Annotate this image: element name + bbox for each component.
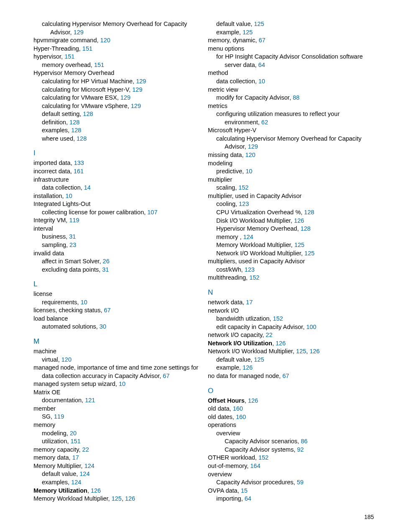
page-link[interactable]: 62 (261, 119, 268, 126)
page-link[interactable]: 133 (74, 159, 84, 166)
page-link[interactable]: 128 (77, 135, 87, 142)
page-link[interactable]: 124 (243, 234, 253, 240)
index-entry-text: example, (216, 364, 241, 371)
page-link[interactable]: 129 (248, 143, 258, 150)
page-link[interactable]: 128 (304, 209, 314, 216)
page-link[interactable]: 152 (273, 315, 283, 322)
page-link[interactable]: 20 (70, 430, 77, 437)
index-entry: default value, 124 (33, 470, 200, 478)
page-link[interactable]: 124 (84, 463, 95, 469)
page-link[interactable]: 10 (66, 193, 72, 199)
page-link[interactable]: 123 (239, 200, 249, 207)
page-link[interactable]: 160 (236, 414, 246, 420)
index-entry-text: data collection, (216, 78, 257, 85)
page-link[interactable]: 31 (102, 266, 109, 273)
page-link[interactable]: 67 (258, 37, 265, 44)
page-link[interactable]: 30 (100, 323, 106, 330)
page-link[interactable]: 125 (112, 495, 122, 502)
page-link[interactable]: 126 (294, 217, 304, 224)
index-entry: Disk I/O Workload Multiplier, 126 (208, 217, 374, 225)
page-link[interactable]: 119 (54, 413, 64, 420)
page-link[interactable]: 152 (249, 274, 259, 281)
index-entry: predictive, 10 (208, 167, 374, 176)
page-link[interactable]: 125 (294, 242, 304, 248)
page-link[interactable]: 151 (64, 53, 74, 60)
page-link[interactable]: 88 (293, 94, 299, 101)
page-link[interactable]: 123 (245, 266, 255, 273)
page-link[interactable]: 64 (258, 62, 265, 68)
page-link[interactable]: 126 (248, 397, 258, 404)
page-link[interactable]: 119 (69, 217, 79, 224)
page-link[interactable]: 126 (276, 340, 286, 347)
page-link[interactable]: 64 (245, 495, 251, 502)
index-entry-text: bandwidth utlization, (216, 315, 271, 322)
index-entry: where used, 128 (33, 135, 200, 143)
page-link[interactable]: 22 (82, 446, 89, 453)
page-link[interactable]: 10 (119, 380, 125, 387)
page-link[interactable]: 14 (84, 184, 91, 191)
page-link[interactable]: 92 (297, 446, 304, 453)
page-link[interactable]: 126 (243, 364, 253, 371)
index-entry: configuring utilization measures to refl… (208, 110, 374, 126)
index-entry: memory , 124 (208, 233, 374, 242)
page-link[interactable]: 126 (91, 487, 101, 494)
page-link[interactable]: 160 (233, 405, 243, 412)
index-entry-text: documentation, (42, 397, 83, 403)
page-link[interactable]: 23 (69, 242, 76, 248)
page-link[interactable]: 22 (266, 332, 272, 338)
page-link[interactable]: 120 (245, 152, 255, 158)
page-link[interactable]: 31 (69, 233, 76, 240)
page-link[interactable]: 151 (71, 438, 81, 445)
page-link[interactable]: 26 (103, 258, 110, 265)
page-link[interactable]: 129 (131, 103, 141, 109)
page-link[interactable]: 120 (61, 356, 72, 363)
page-link[interactable]: 151 (82, 45, 92, 52)
page-link[interactable]: 129 (74, 29, 84, 36)
page-link[interactable]: 128 (71, 127, 81, 134)
page-link[interactable]: 125 (304, 250, 315, 257)
page-link[interactable]: 129 (120, 94, 130, 101)
page-link[interactable]: 151 (94, 62, 104, 68)
page-link[interactable]: 10 (246, 168, 252, 175)
page-link[interactable]: 164 (250, 463, 260, 469)
index-entry: collecting license for power calibration… (33, 208, 200, 217)
page-link[interactable]: 67 (104, 307, 110, 314)
index-entry-text: examples, (42, 479, 69, 486)
page-link[interactable]: 128 (69, 119, 79, 126)
page-link[interactable]: 17 (246, 299, 253, 306)
page-link[interactable]: 124 (71, 479, 81, 486)
page-link[interactable]: 161 (74, 168, 84, 175)
page-link[interactable]: 152 (238, 184, 248, 191)
page-link[interactable]: 120 (100, 37, 110, 44)
page-link[interactable]: 121 (85, 397, 95, 403)
page-link[interactable]: 126 (125, 495, 135, 502)
page-link[interactable]: 17 (72, 454, 79, 461)
page-link[interactable]: 10 (81, 299, 87, 306)
page-link[interactable]: 129 (132, 86, 142, 93)
page-link[interactable]: 125 (254, 21, 264, 27)
page-link[interactable]: 15 (241, 487, 248, 494)
page-link[interactable]: 124 (79, 470, 90, 477)
page-link[interactable]: 125 (254, 356, 264, 363)
page-link[interactable]: 107 (147, 209, 157, 216)
index-entry-text: configuring utilization measures to refl… (216, 111, 340, 126)
page-link[interactable]: 67 (163, 373, 169, 379)
index-entry-text: Matrix OE (33, 389, 60, 396)
page-link[interactable]: 67 (282, 373, 289, 379)
index-entry-text: data collection, (42, 184, 82, 191)
page-link[interactable]: 126 (309, 348, 320, 355)
page-link[interactable]: 100 (306, 324, 316, 330)
page-link[interactable]: 128 (83, 111, 93, 117)
index-entry-text: no data for managed node, (208, 373, 281, 379)
page-link[interactable]: 86 (301, 438, 307, 445)
page-link[interactable]: 59 (297, 479, 304, 486)
page-link[interactable]: 129 (136, 78, 146, 85)
index-entry: sampling, 23 (33, 241, 200, 249)
page-link[interactable]: 125 (296, 348, 306, 355)
index-entry: Memory Multiplier, 124 (33, 462, 200, 470)
page-link[interactable]: 10 (258, 78, 265, 85)
page-link[interactable]: 128 (300, 225, 310, 232)
index-entry: modify for Capacity Advisor, 88 (208, 94, 374, 102)
page-link[interactable]: 125 (243, 29, 253, 36)
page-link[interactable]: 152 (258, 454, 269, 461)
